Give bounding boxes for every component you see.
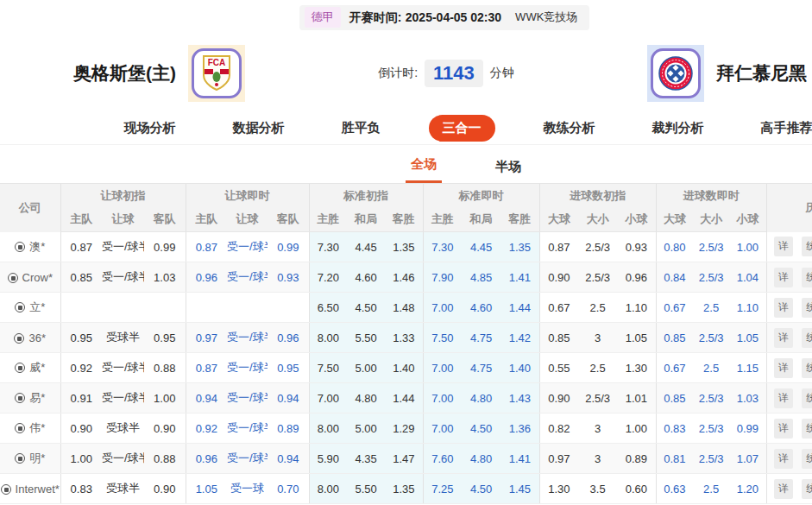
odds-cell [60, 293, 102, 323]
stats-button[interactable]: 统 [802, 479, 812, 499]
odds-cell: 1.01 [617, 383, 656, 413]
odds-cell: 4.85 [462, 262, 500, 293]
odds-cell [186, 293, 227, 323]
detail-button[interactable]: 详 [774, 388, 793, 408]
sub-header: 小球 [617, 208, 656, 232]
nav-tab-5[interactable]: 裁判分析 [644, 116, 713, 141]
match-header: 奥格斯堡(主) FCA 倒计时: 1143 分钟 [0, 35, 812, 112]
odds-cell: 1.29 [385, 413, 423, 444]
odds-cell: 4.60 [347, 262, 385, 293]
odds-cell: 0.90 [144, 413, 186, 444]
table-row: 易* 0.91 受一/球半 1.00 0.94 受一/球半 0.94 7.00 … [0, 383, 812, 413]
stats-button[interactable]: 统 [802, 419, 812, 439]
detail-button[interactable]: 详 [774, 358, 793, 378]
sub-header: 让球 [227, 208, 268, 232]
odds-cell: 1.45 [500, 474, 539, 504]
nav-tab-2[interactable]: 胜平负 [333, 116, 389, 141]
odds-cell: 0.95 [60, 323, 102, 353]
odds-cell: 3 [578, 323, 617, 353]
stats-button[interactable]: 统 [802, 298, 812, 318]
odds-cell: 0.94 [268, 444, 309, 474]
odds-cell: 5.90 [309, 444, 347, 474]
odds-cell: 6.50 [309, 293, 347, 323]
odds-cell: 0.85 [656, 383, 693, 413]
detail-button[interactable]: 详 [774, 328, 793, 348]
countdown-value: 1143 [425, 60, 483, 87]
odds-cell: 2.5/3 [578, 262, 617, 293]
odds-cell: 0.96 [617, 262, 656, 293]
odds-cell [268, 293, 309, 323]
odds-cell: 0.95 [268, 353, 309, 383]
detail-button[interactable]: 详 [774, 479, 793, 499]
nav-tab-4[interactable]: 教练分析 [535, 116, 604, 141]
stats-button[interactable]: 统 [802, 358, 812, 378]
odds-cell: 1.00 [60, 444, 102, 474]
odds-cell: 1.00 [617, 413, 656, 444]
odds-cell: 4.75 [462, 353, 500, 383]
odds-cell: 1.35 [500, 232, 539, 262]
home-team: 奥格斯堡(主) FCA [73, 45, 245, 102]
odds-cell: 0.83 [656, 413, 693, 444]
odds-cell: 1.03 [144, 262, 186, 293]
odds-cell: 2.5 [693, 293, 729, 323]
odds-cell [144, 293, 186, 323]
odds-cell: 0.90 [144, 474, 186, 504]
detail-button[interactable]: 详 [774, 449, 793, 469]
detail-button[interactable]: 详 [774, 419, 793, 439]
odds-cell: 7.50 [423, 323, 462, 353]
odds-cell [102, 293, 144, 323]
nav-tab-6[interactable]: 高手推荐 [752, 116, 812, 141]
football-icon [15, 302, 25, 312]
odds-cell: 0.96 [268, 323, 309, 353]
stats-button[interactable]: 统 [802, 328, 812, 348]
match-info-bar: 德甲 开赛时间: 2025-04-05 02:30 WWK竞技场 [0, 0, 812, 35]
sub-header: 主胜 [423, 208, 462, 232]
stats-button[interactable]: 统 [802, 449, 812, 469]
odds-table: 公司 让球初指 让球即时 标准初指 标准即时 进球数初指 进球数即时 历史同赔 … [0, 183, 812, 504]
odds-cell: 1.35 [385, 232, 423, 262]
odds-cell: 2.5/3 [578, 383, 617, 413]
detail-button[interactable]: 详 [774, 298, 793, 318]
nav-tab-3[interactable]: 三合一 [429, 115, 495, 142]
subtab-0[interactable]: 全场 [406, 149, 442, 183]
football-icon [14, 333, 24, 344]
group-header: 让球初指 [60, 184, 186, 208]
stats-button[interactable]: 统 [802, 237, 812, 256]
odds-cell: 0.85 [539, 323, 578, 353]
nav-tab-1[interactable]: 数据分析 [224, 116, 293, 141]
odds-cell: 5.50 [347, 323, 385, 353]
odds-cell: 4.50 [347, 293, 385, 323]
group-header: 进球数即时 [656, 184, 766, 208]
table-row: 明* 1.00 受一/球半 0.88 0.96 受一/球半 0.94 5.90 … [0, 444, 812, 474]
nav-tab-0[interactable]: 现场分析 [116, 116, 185, 141]
odds-cell: 1.20 [729, 474, 766, 504]
group-header: 标准即时 [423, 184, 539, 208]
stats-button[interactable]: 统 [802, 388, 812, 408]
detail-button[interactable]: 详 [774, 268, 793, 287]
odds-cell: 1.05 [729, 323, 766, 353]
odds-cell: 0.63 [656, 474, 693, 504]
odds-cell: 8.00 [309, 413, 347, 444]
company-name: 澳* [29, 240, 45, 253]
sub-header: 主队 [186, 208, 227, 232]
odds-cell: 0.94 [268, 383, 309, 413]
odds-cell: 0.70 [268, 474, 309, 504]
odds-cell: 5.50 [347, 474, 385, 504]
odds-cell: 受一/球半 [102, 444, 144, 474]
odds-cell: 3.5 [578, 474, 617, 504]
detail-button[interactable]: 详 [774, 237, 793, 256]
odds-cell: 0.80 [656, 232, 693, 262]
odds-cell: 1.10 [617, 293, 656, 323]
sub-header: 小球 [729, 208, 766, 232]
company-cell: 威* [0, 353, 60, 383]
odds-cell: 0.60 [617, 474, 656, 504]
football-icon [1, 484, 11, 495]
actions-cell: 详 统 [766, 444, 812, 474]
subtab-1[interactable]: 半场 [490, 152, 526, 183]
stats-button[interactable]: 统 [802, 268, 812, 287]
odds-cell: 7.00 [423, 413, 462, 444]
odds-cell: 0.96 [186, 262, 227, 293]
odds-cell: 0.87 [186, 353, 227, 383]
odds-cell: 2.5 [693, 474, 729, 504]
odds-cell: 1.35 [385, 474, 423, 504]
